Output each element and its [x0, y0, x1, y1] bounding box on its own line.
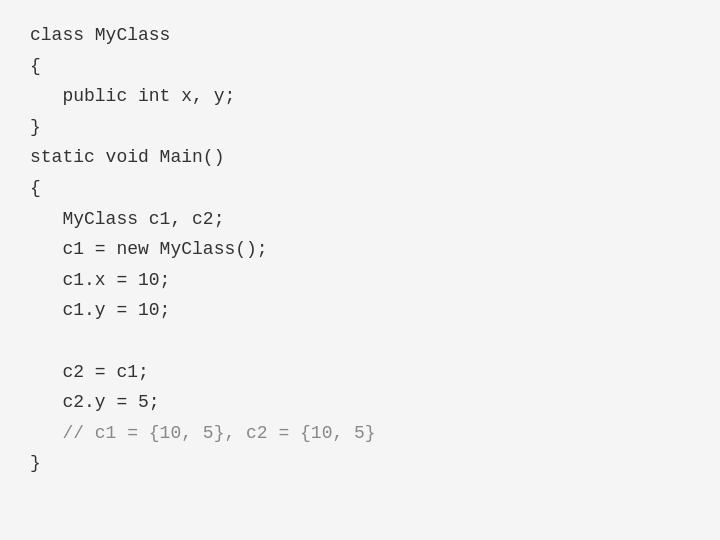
line-9: c1.x = 10; — [30, 270, 170, 290]
line-5: static void Main() — [30, 147, 224, 167]
code-block: class MyClass { public int x, y; } stati… — [30, 20, 690, 479]
line-14: // c1 = {10, 5}, c2 = {10, 5} — [30, 423, 376, 443]
line-2: { — [30, 56, 41, 76]
line-8: c1 = new MyClass(); — [30, 239, 268, 259]
line-6: { — [30, 178, 41, 198]
line-1: class MyClass — [30, 25, 170, 45]
line-4: } — [30, 117, 41, 137]
line-7: MyClass c1, c2; — [30, 209, 224, 229]
code-container: class MyClass { public int x, y; } stati… — [0, 0, 720, 540]
line-3: public int x, y; — [30, 86, 235, 106]
line-15: } — [30, 453, 41, 473]
line-12: c2 = c1; — [30, 362, 149, 382]
line-10: c1.y = 10; — [30, 300, 170, 320]
line-13: c2.y = 5; — [30, 392, 160, 412]
